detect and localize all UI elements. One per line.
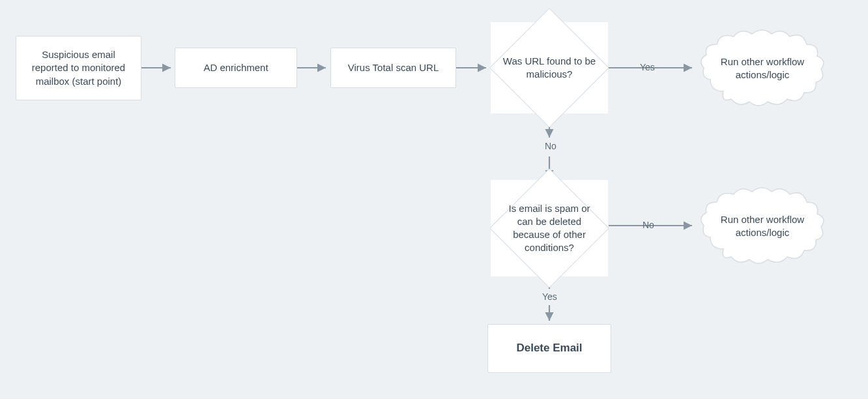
cloud-other-workflow-1-label: Run other workflow actions/logic [710, 55, 815, 82]
decision-url-malicious: Was URL found to be malicious? [491, 22, 608, 113]
node-ad-enrichment-label: AD enrichment [203, 61, 268, 74]
cloud-other-workflow-2: Run other workflow actions/logic [697, 184, 828, 269]
node-ad-enrichment: AD enrichment [175, 48, 297, 88]
edge-label-no-1: No [543, 141, 558, 151]
node-delete-email-label: Delete Email [516, 341, 582, 356]
flowchart-canvas: Suspicious email reported to monitored m… [0, 0, 868, 399]
node-virustotal-scan: Virus Total scan URL [330, 48, 456, 88]
decision-spam-check: Is email is spam or can be deleted becau… [491, 180, 608, 276]
node-start-label: Suspicious email reported to monitored m… [25, 48, 132, 88]
edge-label-yes-1: Yes [639, 62, 656, 72]
cloud-other-workflow-2-label: Run other workflow actions/logic [710, 213, 815, 240]
node-virustotal-scan-label: Virus Total scan URL [348, 61, 439, 74]
node-start: Suspicious email reported to monitored m… [16, 36, 141, 100]
cloud-other-workflow-1: Run other workflow actions/logic [697, 26, 828, 111]
edge-label-no-2: No [641, 220, 656, 230]
decision-url-malicious-label: Was URL found to be malicious? [500, 55, 598, 81]
edge-label-yes-2: Yes [541, 291, 558, 302]
node-delete-email: Delete Email [487, 324, 611, 373]
decision-spam-check-label: Is email is spam or can be deleted becau… [500, 202, 598, 255]
